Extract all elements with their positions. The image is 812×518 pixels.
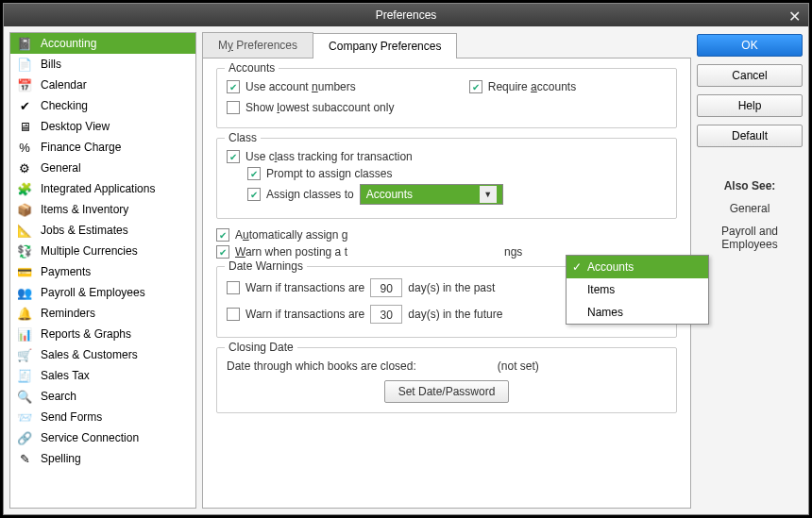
past-days-input[interactable]: 90 xyxy=(370,278,402,297)
sidebar-label: Calendar xyxy=(41,78,87,92)
sidebar-label: Checking xyxy=(41,99,88,112)
sidebar-item-reminders[interactable]: 🔔Reminders xyxy=(10,303,195,324)
window-title: Preferences xyxy=(376,8,437,22)
sidebar-icon: 👥 xyxy=(16,285,33,300)
show-lowest-subaccount-row[interactable]: Show lowest subaccount only xyxy=(227,101,667,114)
also-see: Also See: General Payroll and Employees xyxy=(697,179,803,260)
sidebar-item-payroll-employees[interactable]: 👥Payroll & Employees xyxy=(10,282,195,303)
dropdown-option-items[interactable]: Items xyxy=(567,278,708,301)
auto-assign-row[interactable]: ✔ Automatically assign g xyxy=(216,228,677,242)
sidebar-icon: 📨 xyxy=(16,409,33,425)
sidebar-item-general[interactable]: ⚙General xyxy=(10,158,195,178)
also-see-general[interactable]: General xyxy=(697,202,803,215)
sidebar-icon: 📄 xyxy=(16,57,33,72)
titlebar: Preferences ✕ xyxy=(4,4,808,26)
sidebar-label: Multiple Currencies xyxy=(41,244,138,258)
sidebar-label: Reports & Graphs xyxy=(41,327,131,341)
sidebar-label: Spelling xyxy=(41,452,81,465)
sidebar-label: Items & Inventory xyxy=(41,203,128,216)
sidebar-label: Integrated Applications xyxy=(41,182,155,195)
sidebar-item-multiple-currencies[interactable]: 💱Multiple Currencies xyxy=(10,241,195,261)
tab-company-preferences[interactable]: Company Preferences xyxy=(313,33,457,58)
sidebar-item-sales-tax[interactable]: 🧾Sales Tax xyxy=(10,365,195,386)
checkbox-icon: ✔ xyxy=(247,167,261,180)
sidebar-item-sales-customers[interactable]: 🛒Sales & Customers xyxy=(10,344,195,365)
set-date-password-button[interactable]: Set Date/Password xyxy=(384,380,510,403)
sidebar-icon: 📊 xyxy=(16,326,33,342)
sidebar-icon: ✔ xyxy=(16,98,33,113)
sidebar-label: Sales Tax xyxy=(41,369,90,382)
assign-classes-to-row[interactable]: ✔ Assign classes to Accounts ▼ xyxy=(247,184,667,205)
sidebar-icon: 🔔 xyxy=(16,306,33,321)
sidebar-label: Jobs & Estimates xyxy=(41,224,128,237)
sidebar-item-integrated-applications[interactable]: 🧩Integrated Applications xyxy=(10,178,195,199)
checkbox-icon: ✔ xyxy=(227,80,240,93)
future-days-input[interactable]: 30 xyxy=(370,305,402,324)
use-class-tracking-row[interactable]: ✔ Use class tracking for transaction xyxy=(227,150,667,163)
tabs: My Preferences Company Preferences xyxy=(202,32,691,58)
accounts-group: Accounts ✔ Use account numbers ✔ Require… xyxy=(216,68,677,128)
close-icon[interactable]: ✕ xyxy=(788,8,801,25)
sidebar-label: Service Connection xyxy=(41,431,139,444)
sidebar-icon: 🧾 xyxy=(16,368,33,383)
also-see-payroll[interactable]: Payroll and Employees xyxy=(697,225,803,251)
sidebar-label: Payroll & Employees xyxy=(41,286,145,299)
sidebar-item-items-inventory[interactable]: 📦Items & Inventory xyxy=(10,199,195,220)
class-legend: Class xyxy=(225,131,261,144)
assign-classes-combo[interactable]: Accounts ▼ xyxy=(360,184,503,205)
sidebar-icon: 📦 xyxy=(16,202,33,217)
checkbox-icon xyxy=(227,308,240,321)
tab-my-preferences[interactable]: My Preferences xyxy=(202,32,313,58)
sidebar-label: Finance Charge xyxy=(41,141,121,154)
sidebar-item-spelling[interactable]: ✎Spelling xyxy=(10,448,195,469)
sidebar-item-calendar[interactable]: 📅Calendar xyxy=(10,75,195,95)
sidebar-icon: 🔍 xyxy=(16,389,33,404)
checkbox-icon: ✔ xyxy=(469,80,482,93)
sidebar-item-finance-charge[interactable]: %Finance Charge xyxy=(10,137,195,158)
sidebar-item-service-connection[interactable]: 🔗Service Connection xyxy=(10,427,195,448)
checkbox-icon: ✔ xyxy=(247,188,261,201)
cancel-button[interactable]: Cancel xyxy=(697,64,803,87)
sidebar-label: Desktop View xyxy=(41,120,110,133)
sidebar-icon: 📓 xyxy=(16,36,33,51)
dropdown-option-accounts[interactable]: Accounts xyxy=(567,256,708,278)
sidebar-icon: 🧩 xyxy=(16,181,33,196)
sidebar-item-payments[interactable]: 💳Payments xyxy=(10,261,195,282)
sidebar-label: Search xyxy=(41,390,76,403)
checkbox-icon xyxy=(227,101,240,114)
sidebar-icon: 📅 xyxy=(16,77,33,92)
sidebar-icon: 🖥 xyxy=(16,119,33,134)
checkbox-icon: ✔ xyxy=(216,245,229,259)
sidebar-icon: 💱 xyxy=(16,243,33,259)
sidebar-item-accounting[interactable]: 📓Accounting xyxy=(10,33,195,54)
sidebar-icon: ✎ xyxy=(16,451,33,466)
checkbox-icon: ✔ xyxy=(227,150,240,163)
class-group: Class ✔ Use class tracking for transacti… xyxy=(216,138,677,219)
closing-date-legend: Closing Date xyxy=(225,341,297,354)
assign-classes-dropdown: Accounts Items Names xyxy=(566,255,709,325)
closing-date-group: Closing Date Date through which books ar… xyxy=(216,347,677,413)
accounts-legend: Accounts xyxy=(225,61,279,75)
chevron-down-icon: ▼ xyxy=(480,186,497,203)
sidebar-icon: 🔗 xyxy=(16,430,33,445)
sidebar-icon: ⚙ xyxy=(16,160,33,175)
sidebar-item-search[interactable]: 🔍Search xyxy=(10,386,195,407)
sidebar-item-bills[interactable]: 📄Bills xyxy=(10,54,195,75)
default-button[interactable]: Default xyxy=(697,125,803,147)
dropdown-option-names[interactable]: Names xyxy=(567,301,708,324)
sidebar-item-checking[interactable]: ✔Checking xyxy=(10,95,195,116)
sidebar-item-send-forms[interactable]: 📨Send Forms xyxy=(10,407,195,427)
prompt-assign-classes-row[interactable]: ✔ Prompt to assign classes xyxy=(247,167,667,180)
right-button-panel: OK Cancel Help Default Also See: General… xyxy=(697,32,803,509)
sidebar-item-jobs-estimates[interactable]: 📐Jobs & Estimates xyxy=(10,220,195,241)
ok-button[interactable]: OK xyxy=(697,34,803,57)
require-accounts-row[interactable]: ✔ Require accounts xyxy=(469,80,576,93)
help-button[interactable]: Help xyxy=(697,94,803,117)
sidebar-icon: % xyxy=(16,140,33,155)
sidebar-label: Send Forms xyxy=(41,410,102,424)
sidebar-item-desktop-view[interactable]: 🖥Desktop View xyxy=(10,116,195,137)
sidebar-icon: 📐 xyxy=(16,223,33,238)
use-account-numbers-row[interactable]: ✔ Use account numbers xyxy=(227,80,356,93)
preferences-sidebar: 📓Accounting📄Bills📅Calendar✔Checking🖥Desk… xyxy=(9,32,196,509)
sidebar-item-reports-graphs[interactable]: 📊Reports & Graphs xyxy=(10,324,195,344)
